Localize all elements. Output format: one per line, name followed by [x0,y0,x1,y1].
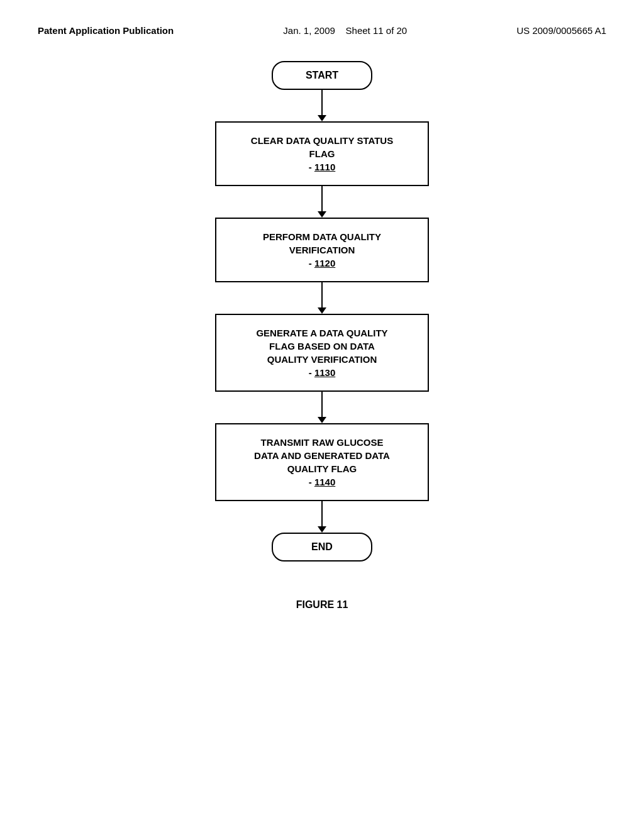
step-1130-num: 1130 [314,367,335,378]
start-label: START [306,70,338,80]
publication-date: Jan. 1, 2009 [283,25,335,36]
step-1130-line1: GENERATE A DATA QUALITY [235,326,409,340]
arrow-line-3 [321,282,323,307]
arrow-line-4 [321,392,323,417]
step-1130-box: GENERATE A DATA QUALITY FLAG BASED ON DA… [215,314,429,392]
end-box: END [272,533,372,562]
arrow-2 [318,186,326,218]
step-1140-line1: TRANSMIT RAW GLUCOSE [235,436,409,449]
step-1140-box: TRANSMIT RAW GLUCOSE DATA AND GENERATED … [215,423,429,501]
step-1130-ref: - 1130 [235,366,409,379]
arrow-line-2 [321,186,323,211]
arrow-line-1 [321,90,323,115]
arrow-head-1 [318,115,326,121]
arrow-1 [318,90,326,121]
step-1140-ref: - 1140 [235,475,409,489]
end-label: END [311,541,333,552]
flowchart: START CLEAR DATA QUALITY STATUS FLAG - 1… [215,61,429,562]
diagram-container: START CLEAR DATA QUALITY STATUS FLAG - 1… [0,48,644,611]
step-1120-line2: VERIFICATION [235,243,409,257]
step-1110-num: 1110 [314,162,335,172]
step-1120-ref: - 1120 [235,257,409,270]
step-1110-box: CLEAR DATA QUALITY STATUS FLAG - 1110 [215,121,429,186]
step-1140-line2: DATA AND GENERATED DATA [235,449,409,462]
arrow-5 [318,501,326,533]
arrow-4 [318,392,326,423]
step-1110-line2: FLAG [235,147,409,160]
step-1110-ref: - 1110 [235,160,409,174]
step-1110-line1: CLEAR DATA QUALITY STATUS [235,134,409,147]
publication-date-sheet: Jan. 1, 2009 Sheet 11 of 20 [283,25,407,36]
page-header: Patent Application Publication Jan. 1, 2… [0,0,644,48]
arrow-3 [318,282,326,314]
step-1120-line1: PERFORM DATA QUALITY [235,230,409,243]
sheet-info: Sheet 11 of 20 [346,25,408,36]
figure-label: FIGURE 11 [296,599,348,611]
step-1120-box: PERFORM DATA QUALITY VERIFICATION - 1120 [215,218,429,282]
step-1140-line3: QUALITY FLAG [235,462,409,475]
publication-number: US 2009/0005665 A1 [516,25,606,36]
publication-label: Patent Application Publication [38,25,174,36]
step-1140-num: 1140 [314,477,335,487]
step-1130-line2: FLAG BASED ON DATA [235,340,409,353]
arrow-line-5 [321,501,323,526]
start-box: START [272,61,372,90]
arrow-head-2 [318,211,326,218]
step-1120-num: 1120 [314,258,335,268]
arrow-head-4 [318,417,326,423]
arrow-head-3 [318,307,326,314]
step-1130-line3: QUALITY VERIFICATION [235,353,409,366]
arrow-head-5 [318,526,326,533]
